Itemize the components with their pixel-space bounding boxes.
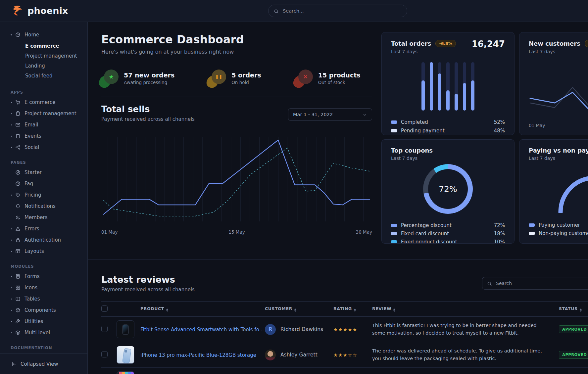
sidebar-item-e-commerce[interactable]: E commerce — [0, 97, 87, 108]
bar — [463, 62, 466, 111]
paying-vs-non-paying-card: Paying vs non paying Last 7 days Paying … — [519, 139, 588, 244]
page-title: Ecommerce Dashboard — [101, 33, 372, 46]
product-link[interactable]: iPhone 13 pro max-Pacific Blue-128GB sto… — [140, 352, 256, 358]
sidebar-item-label: Components — [24, 307, 56, 313]
card-period: Last 7 days — [391, 49, 505, 54]
sidebar-item-label: Starter — [24, 169, 42, 175]
table-row: It's a Mac, after all. Once you've gone … — [101, 368, 588, 374]
series-sells-previous — [103, 148, 370, 216]
sidebar-item-faq[interactable]: Faq — [0, 178, 87, 189]
sidebar-item-events[interactable]: Events — [0, 130, 87, 142]
bar — [455, 62, 458, 111]
sort-icon — [580, 308, 582, 312]
sidebar-item-components[interactable]: Components — [0, 304, 87, 316]
sidebar-item-icons[interactable]: Icons — [0, 282, 87, 293]
collapse-icon — [11, 361, 17, 367]
sidebar-item-label: Events — [24, 133, 41, 139]
sidebar-item-label: Members — [24, 214, 48, 220]
caretr-icon — [10, 227, 13, 230]
date-range-select[interactable]: Mar 1 - 31, 2022 — [288, 108, 372, 121]
review-text: The order was delivered ahead of schedul… — [372, 347, 559, 362]
sidebar-item-forms[interactable]: Forms — [0, 271, 87, 282]
rating-stars: ★★★★★ — [333, 327, 358, 332]
table-row: Fitbit Sense Advanced Smartwatch with To… — [101, 317, 588, 342]
total-orders-card: Total orders -6.8% 16,247 Last 7 days Co… — [381, 32, 514, 135]
x-axis-ticks: 01 May15 May30 May — [101, 229, 372, 235]
search-icon — [274, 8, 279, 14]
x-icon: ✕ — [296, 70, 313, 87]
global-search-input[interactable] — [282, 8, 402, 14]
paying-legend: Paying customer Non-paying customer — [529, 221, 588, 237]
reviews-table: PRODUCTCUSTOMERRATINGREVIEWSTATUS Fitbit… — [101, 301, 588, 374]
sidebar: HomeE commerceProject managementLandingS… — [0, 22, 88, 374]
legend-swatch-icon — [391, 224, 397, 227]
home-children: E commerceProject managementLandingSocia… — [0, 40, 87, 83]
columns-icon — [15, 296, 21, 302]
x-tick: 30 May — [356, 229, 372, 235]
sidebar-item-starter[interactable]: Starter — [0, 167, 87, 178]
sidebar-item-home[interactable]: Home — [0, 29, 87, 40]
sidebar-item-tables[interactable]: Tables — [0, 293, 87, 304]
sidebar-item-landing[interactable]: Landing — [0, 61, 87, 71]
sidebar-item-utilities[interactable]: Utilities — [0, 316, 87, 327]
sidebar-item-email[interactable]: Email — [0, 119, 87, 130]
legend-value: 10% — [494, 239, 505, 244]
caretr-icon — [10, 101, 13, 104]
sidebar-item-pricing[interactable]: Pricing — [0, 189, 87, 201]
stats-row: ★ 57 new orders Awating processing ❚❚ 5 … — [101, 70, 372, 87]
reviews-search[interactable] — [482, 277, 588, 290]
bar — [446, 62, 450, 111]
sidebar-item-authentication[interactable]: Authentication — [0, 234, 87, 246]
sidebar-item-project-management[interactable]: Project management — [0, 51, 87, 61]
pause-icon: ❚❚ — [209, 70, 226, 87]
row-checkbox[interactable] — [101, 351, 108, 357]
reviews-search-input[interactable] — [495, 280, 588, 286]
search-icon — [487, 280, 492, 287]
column-header-review[interactable]: REVIEW — [372, 302, 559, 317]
bar — [421, 62, 425, 111]
cube-icon — [15, 307, 21, 313]
sidebar-item-e-commerce[interactable]: E commerce — [0, 41, 87, 51]
review-text: It's a Mac, after all. Once you've gone … — [372, 373, 559, 374]
collapse-label: Collapsed View — [21, 361, 58, 367]
donut-center-label: 72% — [439, 184, 457, 194]
wrench-icon — [15, 319, 21, 324]
page-subtitle: Here's what's going on at your business … — [101, 49, 372, 55]
sidebar-item-layouts[interactable]: Layouts — [0, 246, 87, 257]
column-header-product[interactable]: PRODUCT — [140, 302, 265, 317]
legend-label: Completed — [401, 119, 428, 125]
column-header-rating[interactable]: RATING — [333, 302, 372, 317]
sidebar-item-multi-level[interactable]: Multi level — [0, 327, 87, 338]
bar — [438, 62, 441, 111]
sidebar-item-notifications[interactable]: Notifications — [0, 201, 87, 212]
top-coupons-card: Top coupons Last 7 days 72% Percentage d… — [381, 139, 514, 244]
table-row: iPhone 13 pro max-Pacific Blue-128GB sto… — [101, 342, 588, 368]
caretr-icon — [10, 298, 13, 301]
row-checkbox[interactable] — [101, 326, 108, 332]
sidebar-item-project-management[interactable]: Project management — [0, 108, 87, 119]
series-sells-current — [103, 140, 370, 214]
brand[interactable]: phoenix — [11, 5, 68, 17]
global-search[interactable] — [268, 5, 407, 17]
sidebar-item-social[interactable]: Social — [0, 142, 87, 153]
sidebar-item-errors[interactable]: Errors — [0, 223, 87, 234]
sidebar-item-members[interactable]: Members — [0, 212, 87, 223]
stat-on-hold: ❚❚ 5 orders On hold — [209, 70, 261, 87]
compass-icon — [15, 170, 21, 175]
series-previous — [530, 87, 588, 108]
sidebar-item-social-feed[interactable]: Social feed — [0, 71, 87, 81]
select-all-checkbox[interactable] — [101, 305, 108, 312]
legend-swatch-icon — [391, 240, 397, 244]
sidebar-item-label: Project management — [24, 111, 76, 117]
product-link[interactable]: Fitbit Sense Advanced Smartwatch with To… — [140, 327, 264, 333]
column-header-customer[interactable]: CUSTOMER — [265, 302, 333, 317]
column-header-status[interactable]: STATUS — [559, 302, 588, 317]
caretr-icon — [10, 275, 13, 278]
main-content: Ecommerce Dashboard Here's what's going … — [88, 22, 588, 374]
legend-row: Fixed card discount 18% — [391, 229, 505, 238]
collapse-view-button[interactable]: Collapsed View — [0, 353, 87, 374]
legend-row: Non-paying customer — [529, 229, 588, 237]
clipboard-icon — [15, 111, 21, 116]
status-badge: APPROVED — [559, 325, 588, 333]
card-period: Last 7 days — [529, 156, 588, 161]
